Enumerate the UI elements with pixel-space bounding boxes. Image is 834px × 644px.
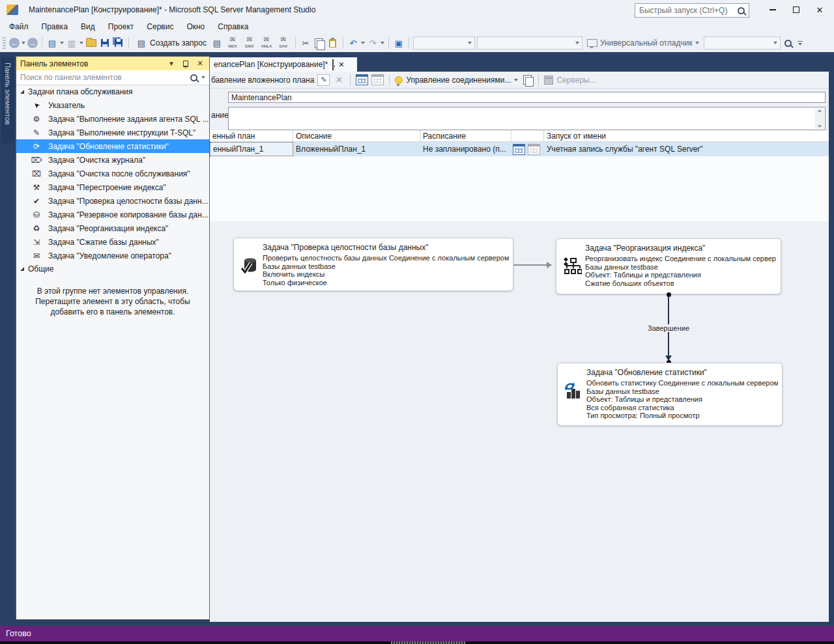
toolbox-group-general[interactable]: Общие — [16, 262, 209, 275]
toolbox-item[interactable]: ⇲ Задача "Сжатие базы данных" — [16, 235, 209, 249]
subplan-grid-header: енный план Описание Расписание Запуск от… — [210, 130, 829, 142]
toolbox-group-maintenance-tasks[interactable]: Задачи плана обслуживания — [16, 85, 209, 98]
query-type-button[interactable]: ✉ XMLA — [259, 37, 274, 49]
save-icon[interactable] — [99, 37, 111, 49]
toolbox-item[interactable]: ✉ Задача "Уведомление оператора" — [16, 249, 209, 262]
menu-item[interactable]: Справка — [211, 20, 255, 34]
toolbox-item[interactable]: ⌦ Задача "Очистка журнала" — [16, 153, 209, 167]
toolbox-item[interactable]: ⚒ Задача "Перестроение индекса" — [16, 180, 209, 194]
query-type-button[interactable]: ✉ DMX — [242, 37, 257, 49]
column-header-run-as[interactable]: Запуск от имени — [544, 130, 829, 141]
cut-icon[interactable]: ✂ — [300, 37, 311, 49]
subplan-name-cell[interactable]: енныйПлан_1 — [210, 142, 293, 156]
toolbar-combo-3[interactable] — [704, 36, 781, 49]
toolbar-combo-1[interactable] — [413, 36, 475, 49]
undo-icon[interactable]: ↶ — [347, 37, 359, 49]
precedence-arrow[interactable] — [513, 264, 551, 266]
paste-icon[interactable] — [327, 37, 339, 49]
copy-icon[interactable] — [313, 37, 325, 49]
design-surface[interactable]: Задача "Проверка целостности базы данных… — [210, 221, 829, 622]
toolbar-combo-2[interactable] — [477, 36, 582, 49]
back-dropdown-caret-icon[interactable] — [22, 42, 25, 44]
toolbox-item[interactable]: ⛁ Задача "Резервное копирование базы дан… — [16, 208, 209, 221]
menu-item[interactable]: Сервис — [140, 20, 180, 34]
open-caret-icon[interactable] — [79, 42, 83, 44]
add-subplan-button[interactable]: бавление вложенного плана — [211, 76, 314, 85]
subplan-schedule-icon[interactable] — [356, 74, 368, 85]
reporting-icon[interactable] — [521, 74, 533, 86]
minimize-button[interactable] — [761, 0, 784, 20]
subplan-description-cell[interactable]: ВложенныйПлан_1 — [293, 142, 420, 156]
intellisense-icon[interactable]: ▣ — [393, 37, 405, 49]
menu-item[interactable]: Файл — [3, 20, 35, 34]
subplan-properties-icon[interactable]: ✎ — [317, 74, 330, 86]
delete-subplan-icon[interactable]: ✕ — [333, 74, 345, 86]
task-check-db-integrity[interactable]: Задача "Проверка целостности базы данных… — [233, 238, 513, 291]
edit-schedule-icon[interactable] — [513, 144, 525, 155]
toolbox-search-input[interactable]: Поиск по панели элементов — [16, 70, 209, 85]
query-type-button[interactable]: ✉ MDX — [225, 37, 240, 49]
manage-connections-caret-icon[interactable] — [514, 79, 518, 81]
toolbox-item[interactable]: ➤ Указатель — [16, 98, 209, 112]
new-window-caret-icon[interactable] — [60, 42, 64, 44]
window-title: MaintenancePlan [Конструирование]* - Mic… — [29, 5, 315, 14]
subplan-schedule-cell[interactable]: Не запланировано (п... — [420, 142, 511, 156]
undo-caret-icon[interactable] — [361, 42, 365, 44]
redo-icon[interactable]: ↷ — [367, 37, 379, 49]
task-update-statistics[interactable]: Задача "Обновление статистики" Обновить … — [557, 363, 783, 426]
menu-item[interactable]: Окно — [180, 20, 211, 34]
column-header-description[interactable]: Описание — [293, 130, 420, 141]
open-recent-icon[interactable]: ▥ — [66, 37, 78, 49]
toolbox-item[interactable]: ⌧ Задача "Очистка после обслуживания" — [16, 167, 209, 180]
pin-icon[interactable] — [180, 59, 191, 69]
subplan-row[interactable]: енныйПлан_1 ВложенныйПлан_1 Не запланиро… — [210, 142, 829, 156]
new-window-icon[interactable]: ▤ — [46, 37, 58, 49]
toolbox-search-caret-icon[interactable] — [201, 76, 205, 79]
window-position-caret-icon[interactable]: ▾ — [166, 59, 177, 69]
column-header-schedule[interactable]: Расписание — [420, 130, 511, 141]
toolbar-grip[interactable] — [3, 37, 6, 49]
tab-pin-icon[interactable] — [332, 60, 334, 69]
save-all-icon[interactable] — [113, 37, 124, 49]
close-button[interactable]: ✕ — [808, 0, 831, 20]
toolbox-item[interactable]: ♻ Задача "Реорганизация индекса" — [16, 221, 209, 235]
universal-debugger-button[interactable]: Универсальный отладчик — [584, 36, 702, 50]
manage-connections-button[interactable]: Управление соединениями... — [406, 76, 511, 85]
tab-close-icon[interactable]: ✕ — [338, 61, 344, 69]
search-button[interactable] — [733, 4, 749, 17]
toolbox-item[interactable]: ✎ Задача "Выполнение инструкции T-SQL" — [16, 126, 209, 139]
group-expanded-icon — [20, 267, 24, 271]
restore-button[interactable] — [784, 0, 808, 20]
task-detail-line: Только физическое — [263, 279, 509, 287]
navigate-back-icon[interactable]: ← — [9, 38, 20, 48]
toolbox-item[interactable]: ⚙ Задача "Выполнение задания агента SQL … — [16, 112, 209, 126]
subplan-run-as-cell[interactable]: Учетная запись службы "агент SQL Server" — [544, 142, 829, 156]
toolbox-side-tab[interactable]: Панель элементов — [1, 57, 14, 143]
navigate-forward-icon[interactable]: → — [27, 38, 38, 48]
document-tab[interactable]: enancePlan [Конструирование]* ✕ — [210, 57, 357, 72]
quick-launch-search[interactable]: Быстрый запуск (Ctrl+Q) — [635, 3, 749, 18]
update-statistics-icon — [564, 381, 583, 400]
menu-item[interactable]: Проект — [102, 20, 141, 34]
column-header-subplan[interactable]: енный план — [210, 130, 293, 141]
toolbox-close-icon[interactable]: ✕ — [195, 59, 205, 69]
toolbox-item[interactable]: ✔ Задача "Проверка целостности базы данн… — [16, 194, 209, 208]
query-type-button[interactable]: ✉ DAX — [276, 37, 291, 49]
find-icon[interactable] — [783, 37, 794, 49]
task-reorganize-index[interactable]: Задача "Реорганизация индекса" Реорганиз… — [556, 238, 781, 294]
menu-item[interactable]: Правка — [35, 20, 75, 34]
plan-name-input[interactable]: MaintenancePlan — [228, 92, 826, 103]
servers-icon — [544, 76, 553, 85]
description-textarea[interactable] — [228, 107, 826, 130]
toolbar-overflow-button[interactable] — [798, 41, 803, 46]
database-query-icon[interactable]: ▤ — [211, 37, 223, 49]
grid-empty-area — [210, 156, 829, 222]
debugger-monitor-icon — [587, 39, 597, 47]
new-query-button[interactable]: ▤ Создать запрос — [133, 36, 209, 50]
open-file-icon[interactable] — [85, 37, 97, 49]
toolbox-item[interactable]: ⟳ Задача "Обновление статистики" — [16, 139, 209, 153]
redo-caret-icon[interactable] — [381, 42, 384, 44]
menu-item[interactable]: Вид — [74, 20, 102, 34]
description-scrollbar[interactable] — [815, 108, 824, 129]
restore-icon — [793, 7, 799, 13]
